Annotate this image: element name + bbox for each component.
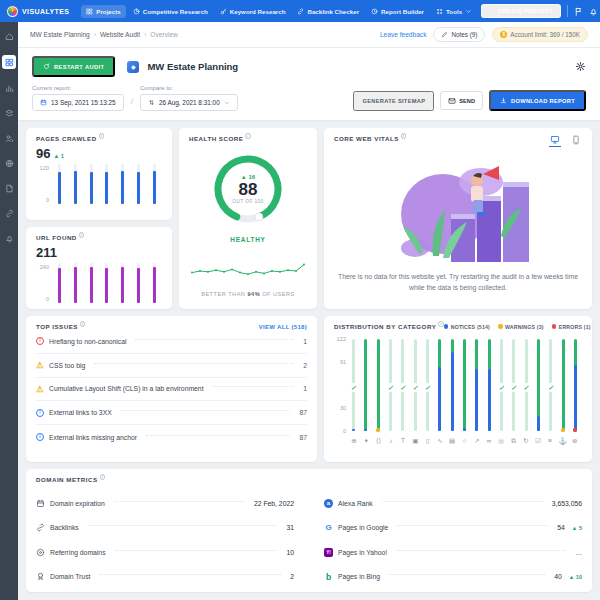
category-icon-1[interactable]: ⊕ (349, 437, 359, 445)
distribution-column-8[interactable] (438, 339, 441, 431)
clock-icon (371, 8, 378, 15)
gear-icon[interactable] (575, 61, 586, 72)
nav-item-tools[interactable]: Tools (431, 5, 477, 18)
distribution-column-2[interactable] (364, 339, 367, 431)
issue-row-external-links-missing-anchor[interactable]: i External links missing anchor 87 (36, 425, 307, 449)
notes-button[interactable]: Notes (9) (433, 27, 485, 42)
sidebar-item-links[interactable] (3, 207, 15, 219)
distribution-column-16[interactable] (537, 339, 540, 431)
current-report-picker[interactable]: 13 Sep, 2021 15:13:25 (32, 94, 124, 111)
distribution-column-10[interactable] (463, 339, 466, 431)
info-icon[interactable]: i (245, 133, 251, 139)
distribution-column-19[interactable] (574, 339, 577, 431)
category-icon-12[interactable]: ∞ (484, 437, 494, 445)
issue-row-hreflang-to-non-canonical[interactable]: ! Hreflang to non-canonical 1 (36, 330, 307, 354)
info-icon[interactable]: i (100, 474, 106, 480)
metric-row-domain-trust[interactable]: Domain Trust 2 (36, 565, 294, 590)
breadcrumb-website-audit[interactable]: Website Audit (100, 31, 140, 38)
category-icon-19[interactable]: ⊛ (570, 437, 580, 445)
distribution-column-5[interactable]: ✓ (401, 339, 404, 431)
category-icon-16[interactable]: ☑ (533, 437, 543, 445)
category-icon-15[interactable]: ↻ (521, 437, 531, 445)
compare-to-dropdown[interactable]: 26 Aug, 2021 8:31:00 (140, 94, 238, 111)
nav-item-report-builder[interactable]: Report Builder (366, 5, 429, 18)
category-icon-9[interactable]: ▤ (447, 437, 457, 445)
error-icon: ! (36, 337, 44, 345)
view-all-link[interactable]: VIEW ALL (518) (259, 324, 307, 330)
issue-row-css-too-big[interactable]: ⚠ CSS too big 2 (36, 354, 307, 378)
sidebar-item-notifications[interactable] (3, 232, 15, 244)
category-icon-5[interactable]: T (398, 437, 408, 445)
category-icon-11[interactable]: ↗ (472, 437, 482, 445)
distribution-column-3[interactable] (377, 339, 380, 431)
sidebar-item-projects[interactable] (2, 55, 16, 69)
metric-row-pages-in-bing[interactable]: b Pages in Bing 40 ▲ 10 (324, 565, 582, 590)
sidebar-item-home[interactable] (3, 30, 15, 42)
metric-row-domain-expiration[interactable]: Domain expiration 22 Feb, 2022 (36, 491, 294, 516)
category-icon-8[interactable]: ∿ (435, 437, 445, 445)
metric-row-pages-in-yahoo[interactable]: Y! Pages in Yahoo! … (324, 540, 582, 565)
send-button[interactable]: SEND (440, 91, 483, 110)
category-icon-13[interactable]: ◎ (496, 437, 506, 445)
generate-sitemap-button[interactable]: GENERATE SITEMAP (353, 91, 434, 111)
brand[interactable]: VISUALYTES (7, 6, 69, 17)
info-icon[interactable]: i (99, 133, 105, 139)
nav-item-backlink-checker[interactable]: Backlink Checker (292, 5, 364, 18)
restart-audit-button[interactable]: RESTART AUDIT (32, 56, 115, 77)
info-icon[interactable]: i (80, 321, 86, 327)
nav-item-keyword-research[interactable]: Keyword Research (215, 5, 291, 18)
legend-notices-514[interactable]: NOTICES (514) (444, 324, 490, 330)
distribution-column-18[interactable] (562, 339, 565, 431)
nav-item-competitive-research[interactable]: Competitive Research (128, 5, 213, 18)
info-icon[interactable]: i (438, 321, 444, 327)
create-project-button[interactable]: CREATE PROJECT (481, 4, 561, 18)
distribution-column-17[interactable]: ✓ (549, 339, 552, 431)
category-icon-3[interactable]: ⟨⟩ (374, 437, 384, 445)
category-icon-4[interactable]: ♪ (386, 437, 396, 445)
category-icon-14[interactable]: ⧉ (508, 437, 518, 445)
flag-icon[interactable] (574, 7, 583, 16)
distribution-column-1[interactable]: ✓ (352, 339, 355, 431)
category-icon-17[interactable]: ≡ (545, 437, 555, 445)
distribution-column-13[interactable]: ✓ (500, 339, 503, 431)
distribution-column-9[interactable] (451, 339, 454, 431)
apps-icon (436, 8, 443, 15)
metric-row-alexa-rank[interactable]: a Alexa Rank 3,653,056 (324, 491, 582, 516)
metric-row-referring-domains[interactable]: Referring domains 10 (36, 540, 294, 565)
metric-row-pages-in-google[interactable]: G Pages in Google 54 ▲ 5 (324, 516, 582, 541)
distribution-column-15[interactable]: ✓ (525, 339, 528, 431)
distribution-column-6[interactable]: ✓ (414, 339, 417, 431)
sidebar-item-documents[interactable] (3, 182, 15, 194)
issue-row-external-links-to-3xx[interactable]: i External links to 3XX 87 (36, 401, 307, 425)
sidebar-item-web[interactable] (3, 157, 15, 169)
category-icon-18[interactable]: ⚓ (558, 437, 568, 445)
issue-row-cumulative-layout-shift-cls-in-a-lab-environment[interactable]: ⚠ Cumulative Layout Shift (CLS) in a lab… (36, 378, 307, 402)
account-limit-badge[interactable]: $ Account limit: 369 / 150K (492, 27, 588, 42)
category-icon-2[interactable]: ✦ (361, 437, 371, 445)
sidebar-item-analytics[interactable] (3, 82, 15, 94)
distribution-column-4[interactable]: ✓ (389, 339, 392, 431)
breadcrumb: MW Estate Planning›Website Audit›Overvie… (30, 31, 178, 38)
desktop-icon[interactable] (549, 135, 561, 147)
info-icon[interactable]: i (79, 232, 85, 238)
category-icon-6[interactable]: ▣ (410, 437, 420, 445)
sidebar-item-users[interactable] (3, 132, 15, 144)
sidebar-item-layers[interactable] (3, 107, 15, 119)
legend-errors-1[interactable]: ERRORS (1) (552, 324, 591, 330)
leave-feedback-link[interactable]: Leave feedback (380, 31, 427, 38)
nav-item-projects[interactable]: Projects (81, 5, 125, 18)
distribution-column-14[interactable]: ✓ (512, 339, 515, 431)
category-icon-10[interactable]: ○ (459, 437, 469, 445)
distribution-column-7[interactable]: ✓ (426, 339, 429, 431)
info-icon[interactable]: i (401, 133, 407, 139)
distribution-column-11[interactable] (475, 339, 478, 431)
download-report-button[interactable]: DOWNLOAD REPORT (489, 90, 586, 111)
metric-row-backlinks[interactable]: Backlinks 31 (36, 516, 294, 541)
breadcrumb-mw-estate-planning[interactable]: MW Estate Planning (30, 31, 90, 38)
distribution-column-12[interactable] (488, 339, 491, 431)
category-icon-7[interactable]: ▯ (423, 437, 433, 445)
mobile-icon[interactable] (570, 135, 582, 147)
bell-icon (5, 234, 14, 243)
bell-icon[interactable] (589, 7, 598, 16)
legend-warnings-3[interactable]: WARNINGS (3) (498, 324, 544, 330)
